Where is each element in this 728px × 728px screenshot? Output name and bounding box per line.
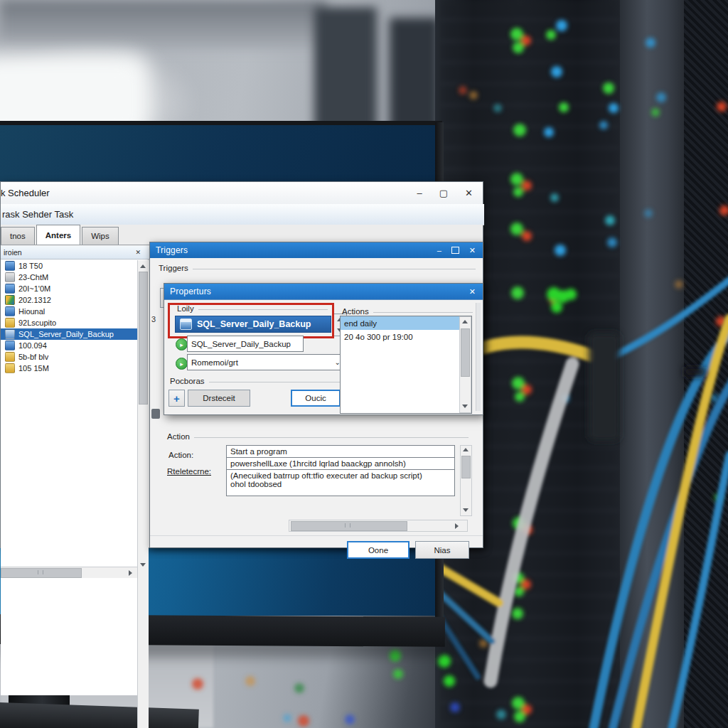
actions-group-label: Actions: [342, 307, 473, 316]
pane-vertical-scrollbar[interactable]: [137, 260, 149, 728]
task-icon: [5, 329, 15, 339]
list-item[interactable]: 100.094: [1, 340, 137, 351]
maximize-button[interactable]: ▢: [439, 188, 448, 198]
task-list-pane: iroien ✕ 18 T50 23-ChtM 20I~1'0M: [1, 246, 149, 695]
selected-task-row[interactable]: SQL_Server_Daily_Backup: [175, 316, 331, 333]
window-title: k Scheduler: [1, 188, 50, 198]
properties-title: Properturs: [164, 287, 211, 296]
tab[interactable]: tnos: [1, 227, 35, 245]
action-type-field[interactable]: Start a program: [226, 445, 455, 458]
task-icon: [5, 306, 15, 316]
actions-list-item[interactable]: 20 4o 300 pr 19:00: [341, 330, 471, 343]
list-item[interactable]: 202.1312: [1, 294, 137, 306]
list-item[interactable]: 92Lscupito: [1, 317, 137, 328]
pane-close-icon[interactable]: ✕: [135, 249, 141, 256]
actions-list-item[interactable]: end daily: [341, 316, 471, 330]
task-icon: [5, 318, 15, 328]
maximize-button[interactable]: [451, 247, 459, 254]
dialog-horizontal-scrollbar[interactable]: [289, 520, 468, 532]
pane-header-label: iroien: [4, 248, 22, 257]
task-icon: [5, 284, 15, 294]
stray-glyph: 3: [151, 315, 156, 323]
properties-title-bar[interactable]: Properturs ✕: [164, 284, 483, 299]
title-bar[interactable]: k Scheduler – ▢ ✕: [1, 182, 483, 205]
triggers-title-bar[interactable]: Triggers – ✕: [150, 242, 483, 258]
list-item[interactable]: 20I~1'0M: [1, 283, 137, 294]
list-item[interactable]: Hiounal: [1, 306, 137, 317]
action-label: Action:: [168, 451, 193, 459]
add-button[interactable]: +: [168, 390, 185, 407]
properties-dialog: Properturs ✕ Loily SQL_Server_Daily_Back…: [164, 283, 483, 415]
action-vertical-scrollbar[interactable]: [460, 445, 472, 516]
properties-body: Loily SQL_Server_Daily_Backup ▸ SQL_Serv…: [164, 299, 483, 414]
list-item[interactable]: 105 15M: [1, 363, 137, 374]
list-item[interactable]: 18 T50: [1, 260, 137, 272]
task-icon: [5, 352, 15, 362]
hidden-list-icon: [151, 409, 160, 419]
minimize-button[interactable]: –: [417, 188, 422, 198]
ok-button[interactable]: Oucic: [291, 390, 341, 407]
tab[interactable]: Anters: [36, 225, 80, 245]
window-subtitle: rask Sehder Task: [1, 204, 484, 225]
sql-task-icon: [180, 318, 192, 330]
status-icon: ▸: [176, 358, 188, 370]
task-list: 18 T50 23-ChtM 20I~1'0M 202.1312 Hiounal: [1, 260, 137, 374]
minimize-button[interactable]: –: [437, 247, 441, 255]
status-icon: ▸: [176, 338, 188, 350]
delete-button[interactable]: Drsteceit: [188, 390, 250, 407]
list-item[interactable]: 23-ChtM: [1, 272, 137, 283]
tab[interactable]: Wips: [82, 227, 119, 245]
dialog-right-groove: [476, 303, 481, 411]
close-button[interactable]: ✕: [465, 188, 473, 198]
actions-vertical-scrollbar[interactable]: [459, 316, 471, 413]
task-icon: [5, 272, 15, 282]
actions-list: end daily20 4o 300 pr 19:00: [340, 316, 472, 414]
daily-group-label: Loily: [177, 304, 328, 313]
pane-horizontal-scrollbar[interactable]: [1, 567, 137, 578]
list-item[interactable]: 5b-bf blv: [1, 351, 137, 363]
program-description: (Anecuiked batrrup oft:tfio executer ad …: [226, 470, 455, 496]
list-item[interactable]: SQL_Server_Daily_Backup: [1, 328, 137, 340]
done-button[interactable]: Oone: [347, 541, 410, 559]
close-button[interactable]: ✕: [469, 288, 476, 296]
task-icon: [5, 363, 15, 373]
close-button[interactable]: ✕: [469, 247, 476, 255]
schedule-combobox[interactable]: Romemoi/grt ⌄: [187, 354, 345, 370]
task-icon: [5, 261, 15, 271]
task-name-field[interactable]: SQL_Server_Daily_Backup: [187, 336, 304, 352]
action-fields: Start a program powershellLaxe (1hrcitd …: [226, 445, 455, 496]
server-room-scene: k Scheduler – ▢ ✕ rask Sehder Task tnosA…: [0, 0, 728, 728]
task-icon: [5, 341, 15, 350]
triggers-title: Triggers: [150, 245, 188, 255]
action-group-label: Action: [167, 432, 469, 441]
options-group-label: Pocboras: [170, 377, 341, 385]
triggers-group-label: Triggers: [159, 264, 476, 272]
program-label: Rteletecrne:: [167, 467, 211, 476]
alias-button[interactable]: Nias: [415, 541, 469, 559]
pane-header: iroien ✕: [1, 246, 154, 259]
task-icon: [5, 295, 15, 305]
program-field[interactable]: powershellLaxe (1hrcitd lqrlad baackgp a…: [226, 458, 455, 470]
